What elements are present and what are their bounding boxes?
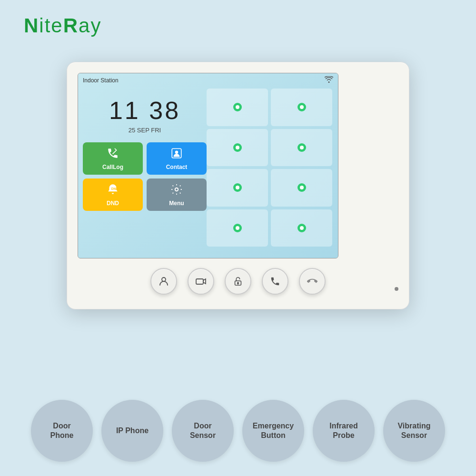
unlock-button[interactable] bbox=[225, 268, 251, 295]
dnd-icon: DND bbox=[107, 183, 119, 198]
feature-ip-phone-label: IP Phone bbox=[111, 426, 153, 436]
features-section: DoorPhone IP Phone DoorSensor EmergencyB… bbox=[19, 400, 457, 462]
device-container: Indoor Station 11 38 25 SEP bbox=[67, 62, 409, 309]
brand-logo: NiteRay bbox=[24, 14, 101, 37]
menu-icon bbox=[170, 183, 183, 198]
feature-emergency-button-label: EmergencyButton bbox=[248, 421, 298, 440]
screen-title: Indoor Station bbox=[83, 77, 119, 84]
screen-header: Indoor Station bbox=[78, 73, 338, 87]
door-tile-6[interactable] bbox=[271, 169, 332, 207]
date: 25 SEP FRI bbox=[83, 127, 207, 134]
device-screen: Indoor Station 11 38 25 SEP bbox=[78, 73, 338, 258]
menu-label: Menu bbox=[169, 200, 184, 207]
feature-infrared-probe[interactable]: InfraredProbe bbox=[313, 400, 375, 462]
screen-right-panel bbox=[205, 87, 334, 248]
svg-point-3 bbox=[175, 188, 178, 191]
svg-rect-5 bbox=[196, 279, 203, 284]
camera-button[interactable] bbox=[188, 268, 214, 295]
feature-door-sensor-label: DoorSensor bbox=[185, 421, 220, 440]
feature-emergency-button[interactable]: EmergencyButton bbox=[242, 400, 304, 462]
feature-vibrating-sensor[interactable]: VibratingSensor bbox=[383, 400, 445, 462]
app-grid: CallLog Contact bbox=[83, 142, 207, 211]
feature-vibrating-sensor-label: VibratingSensor bbox=[393, 421, 435, 440]
dnd-label: DND bbox=[107, 200, 119, 207]
svg-point-4 bbox=[162, 278, 166, 281]
call-end-button[interactable] bbox=[299, 268, 326, 295]
feature-door-phone[interactable]: DoorPhone bbox=[31, 400, 93, 462]
feature-door-sensor[interactable]: DoorSensor bbox=[172, 400, 234, 462]
contact-icon bbox=[170, 147, 183, 162]
clock: 11 38 bbox=[83, 96, 207, 125]
call-incoming-button[interactable] bbox=[262, 268, 288, 295]
feature-door-phone-label: DoorPhone bbox=[46, 421, 79, 440]
door-tile-1[interactable] bbox=[207, 89, 268, 126]
feature-ip-phone[interactable]: IP Phone bbox=[101, 400, 163, 462]
brand-name: NiteRay bbox=[24, 14, 101, 37]
led-indicator bbox=[395, 287, 398, 291]
person-button[interactable] bbox=[150, 268, 177, 295]
calllog-label: CallLog bbox=[102, 164, 123, 170]
door-tile-2[interactable] bbox=[271, 89, 332, 126]
device-body: Indoor Station 11 38 25 SEP bbox=[67, 62, 409, 309]
calllog-button[interactable]: CallLog bbox=[83, 142, 143, 175]
svg-text:DND: DND bbox=[111, 187, 118, 190]
door-tile-5[interactable] bbox=[207, 169, 268, 207]
svg-point-7 bbox=[238, 282, 239, 284]
time-display: 11 38 25 SEP FRI bbox=[83, 96, 207, 134]
screen-left-panel: 11 38 25 SEP FRI CallLog bbox=[83, 87, 207, 248]
physical-buttons-row bbox=[150, 268, 326, 295]
calllog-icon bbox=[107, 147, 119, 162]
feature-infrared-probe-label: InfraredProbe bbox=[325, 421, 363, 440]
wifi-icon bbox=[325, 76, 333, 84]
menu-button[interactable]: Menu bbox=[147, 178, 207, 211]
contact-button[interactable]: Contact bbox=[147, 142, 207, 175]
dnd-button[interactable]: DND DND bbox=[83, 178, 143, 211]
door-tile-8[interactable] bbox=[271, 209, 332, 247]
door-tile-3[interactable] bbox=[207, 129, 268, 167]
door-tile-7[interactable] bbox=[207, 209, 268, 247]
door-tile-4[interactable] bbox=[271, 129, 332, 167]
contact-label: Contact bbox=[166, 164, 188, 170]
svg-point-1 bbox=[175, 150, 178, 154]
